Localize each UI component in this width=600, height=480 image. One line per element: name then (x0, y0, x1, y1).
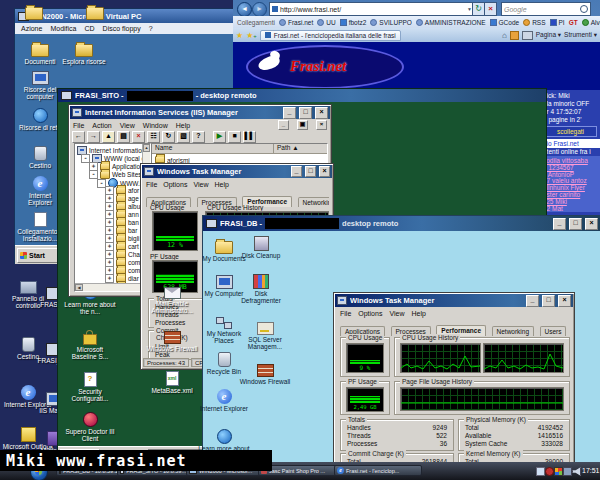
menu-file[interactable]: File (73, 122, 84, 129)
logo-oval[interactable]: Frasi.net (246, 45, 404, 89)
minimize-button[interactable]: _ (553, 218, 566, 230)
stop-item-icon[interactable]: ■ (228, 131, 241, 143)
db-icon-disk-defragmenter[interactable]: Disk Defragmenter (235, 271, 287, 304)
close-button[interactable]: × (319, 166, 330, 177)
guest-icon-esplora-risorse[interactable]: Esplora risorse (59, 39, 109, 65)
link-sviluppo[interactable]: SVILUPPO (370, 19, 412, 26)
page-menu-button[interactable]: Pagina ▾ (536, 31, 561, 39)
menu-view[interactable]: View (389, 310, 404, 317)
user-link[interactable]: t linhunix Flyer (543, 185, 600, 192)
link-gcode[interactable]: GCode (490, 19, 520, 26)
child-minimize-button[interactable]: _ (278, 120, 289, 130)
tab-users[interactable]: Users (540, 326, 567, 336)
link-rss[interactable]: RSS (523, 19, 545, 26)
guest-icon-documenti[interactable]: Documenti (17, 39, 63, 65)
sidebar-strip[interactable]: nio Frasi.net (541, 139, 600, 148)
forward-button[interactable]: ► (252, 2, 267, 17)
menu-disco-floppy[interactable]: Disco floppy (103, 25, 141, 32)
tm2-titlebar[interactable]: Windows Task Manager _ □ × (335, 294, 573, 307)
close-button[interactable]: × (585, 218, 598, 230)
menu-azione[interactable]: Azione (21, 25, 42, 32)
scroll-up-icon[interactable]: ▲ (143, 144, 150, 152)
minimize-button[interactable]: _ (291, 166, 302, 177)
menu-file[interactable]: File (340, 310, 351, 317)
pause-item-icon[interactable]: ▌▌ (243, 131, 256, 143)
menu-file[interactable]: File (146, 181, 157, 188)
db-icon-internet-explorer[interactable]: Internet Explorer (198, 386, 250, 412)
column-path[interactable]: Path ▲ (274, 144, 327, 153)
stop-button[interactable]: × (484, 2, 497, 16)
link-fbotz2[interactable]: fbotz2 (340, 19, 367, 26)
db-icon-sql-server[interactable]: SQL Server Managem... (239, 317, 291, 350)
menu-options[interactable]: Options (163, 181, 187, 188)
menu-window[interactable]: Window (143, 122, 168, 129)
guest-start-button[interactable]: Start (17, 248, 61, 263)
search-box[interactable]: Google (501, 2, 591, 16)
close-button[interactable]: × (558, 295, 571, 307)
forward-icon[interactable]: → (87, 131, 100, 143)
favorites-star-icon[interactable]: ★ (236, 31, 243, 40)
vpc-titlebar[interactable]: WIN2000 - Microsoft Virtual PC (15, 9, 237, 23)
menu-view[interactable]: View (193, 181, 208, 188)
db-titlebar[interactable]: FRASI_DB - desktop remoto _ □ × (203, 216, 600, 231)
user-link[interactable]: bster carinito (543, 192, 600, 199)
user-link[interactable]: s AntonioP (543, 172, 600, 179)
properties-icon[interactable]: ☷ (147, 131, 160, 143)
user-link[interactable]: rl 1234567 (543, 165, 600, 172)
minimize-button[interactable]: _ (526, 295, 539, 307)
taskbar-button-frasi-browser[interactable]: e Frasi.net - l'enciclop... (334, 465, 422, 476)
back-icon[interactable]: ← (72, 131, 85, 143)
menu-action[interactable]: Action (92, 122, 111, 129)
user-link[interactable]: k25 Miki (543, 199, 600, 206)
sito-icon-windows-firewall[interactable]: Windows Firewall (146, 326, 198, 352)
menu-help[interactable]: Help (176, 122, 190, 129)
maximize-button[interactable]: □ (299, 107, 312, 119)
print-icon[interactable] (522, 31, 533, 40)
tab-networking[interactable]: Networking (492, 326, 535, 336)
tm1-titlebar[interactable]: Windows Task Manager _ □ × (142, 165, 332, 178)
iis-titlebar[interactable]: Internet Information Services (IIS) Mana… (70, 106, 330, 119)
child-restore-button[interactable]: ▣ (297, 120, 308, 130)
link-uu[interactable]: UU (317, 19, 335, 26)
db-icon-disk-cleanup[interactable]: Disk Cleanup (235, 233, 287, 259)
link-frasi-net[interactable]: Frasi.net (279, 19, 313, 26)
menu-modifica[interactable]: Modifica (50, 25, 76, 32)
maximize-button[interactable]: □ (305, 166, 316, 177)
tray-alert-icon[interactable] (545, 467, 554, 476)
maximize-button[interactable]: □ (569, 218, 582, 230)
link-amministrazione[interactable]: AMMINISTRAZIONE (416, 19, 486, 26)
db-icon-windows-firewall[interactable]: Windows Firewall (239, 359, 291, 385)
address-bar[interactable]: http://www.frasi.net/ ▼ (269, 2, 475, 16)
up-folder-icon[interactable]: ▲ (102, 131, 115, 143)
sito-icon-mailenable[interactable]: MailEnable Administrato... (146, 281, 198, 314)
tools-menu-button[interactable]: Strumenti ▾ (564, 31, 597, 39)
menu-cd[interactable]: CD (84, 25, 94, 32)
add-favorite-icon[interactable]: ★+ (246, 31, 257, 40)
menu-help[interactable]: Help (214, 181, 228, 188)
tray-network-icon[interactable] (563, 467, 572, 476)
help-icon[interactable]: ? (192, 131, 205, 143)
tree-hscrollbar[interactable]: ◀ (75, 283, 143, 291)
link-alverde[interactable]: Alverde (582, 19, 600, 26)
refresh-icon[interactable]: ↻ (162, 131, 175, 143)
sito-icon-ms-baseline[interactable]: Microsoft Baseline S... (64, 327, 116, 360)
browser-tab[interactable]: Frasi.net - l'enciclopedia italiana dell… (260, 30, 401, 41)
user-link[interactable]: 02 Mat (543, 206, 600, 213)
tray-msn-icon[interactable] (554, 467, 563, 476)
column-name[interactable]: Name (152, 144, 274, 153)
menu-view[interactable]: View (120, 122, 135, 129)
scroll-left-icon[interactable]: ◀ (75, 284, 83, 291)
delete-icon[interactable]: × (132, 131, 145, 143)
link-gt[interactable]: GT (569, 19, 578, 26)
sito-titlebar[interactable]: FRASI_SITO - - desktop remoto (58, 89, 546, 102)
sito-icon-security-config[interactable]: Security Configurati... (64, 369, 116, 402)
logout-button[interactable]: scollegati (544, 126, 597, 137)
user-link[interactable]: codila vittosaba (543, 158, 600, 165)
tab-networking[interactable]: Networking (298, 197, 329, 207)
tray-icon[interactable] (536, 467, 545, 476)
minimize-button[interactable]: _ (283, 107, 296, 119)
back-button[interactable]: ◄ (237, 2, 252, 17)
folder-icon[interactable] (86, 7, 104, 20)
link-pi[interactable]: PI (550, 19, 565, 26)
child-close-button[interactable]: × (316, 120, 327, 130)
